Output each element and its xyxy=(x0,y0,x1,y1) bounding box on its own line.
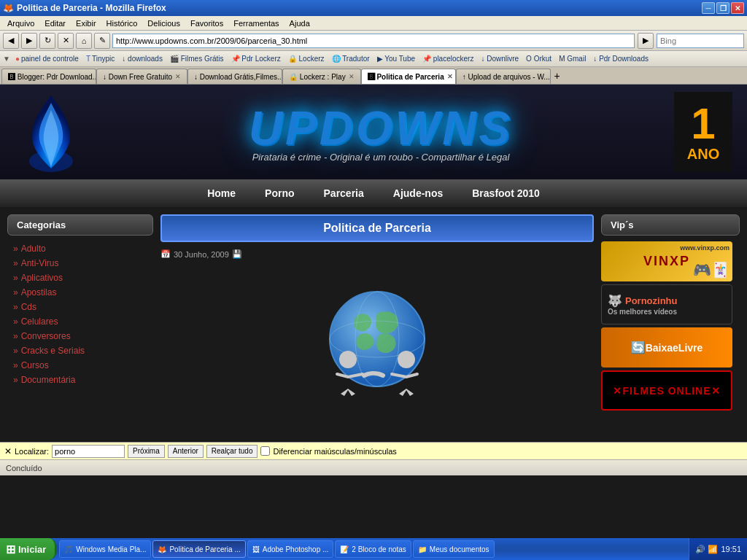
left-sidebar: Categorias Adulto Anti-Virus Aplicativos… xyxy=(7,214,153,442)
taskbar-items: 🎵 Windows Media Pla... 🦊 Politica de Par… xyxy=(56,540,689,558)
new-tab-button[interactable]: + xyxy=(551,69,564,82)
bm-gmail[interactable]: M Gmail xyxy=(557,54,588,63)
menu-bar: Arquivo Editar Exibir Histórico Deliciou… xyxy=(0,16,747,31)
find-case-label: Diferenciar maiúsculas/minúsculas xyxy=(273,447,396,456)
sidebar-item-conversores[interactable]: Conversores xyxy=(7,329,153,343)
bm-tradutor[interactable]: 🌐 Tradutor xyxy=(330,54,372,63)
address-input[interactable]: http://www.updowns.com.br/2009/06/parcer… xyxy=(112,34,635,48)
bm-orkut[interactable]: O Orkut xyxy=(524,54,554,63)
taskbar-firefox[interactable]: 🦊 Politica de Parceria ... xyxy=(152,540,245,558)
sidebar-item-cds[interactable]: Cds xyxy=(7,300,153,314)
site-logo: UPDOWNS xyxy=(249,101,513,155)
bm-tinypic[interactable]: T Tinypic xyxy=(84,54,117,63)
sidebar-item-documentaria[interactable]: Documentária xyxy=(7,373,153,387)
status-bar: Concluído xyxy=(0,459,747,475)
menu-ajuda[interactable]: Ajuda xyxy=(285,18,314,29)
go-button[interactable]: ▶ xyxy=(638,33,654,49)
sidebar-item-antivirus[interactable]: Anti-Virus xyxy=(7,256,153,271)
bm-filmes[interactable]: 🎬 Filmes Grátis xyxy=(168,54,226,63)
nav-porno[interactable]: Porno xyxy=(265,187,294,199)
taskbar-photoshop[interactable]: 🖼 Adobe Photoshop ... xyxy=(247,540,334,558)
vip-banner-baixaelivre[interactable]: 🔄 BaixaeLivre xyxy=(601,327,732,368)
find-highlight-button[interactable]: Realçar tudo xyxy=(206,445,258,458)
title-bar-left: 🦊 Politica de Parceria - Mozilla Firefox xyxy=(3,3,166,13)
bm-downloads[interactable]: ↓ downloads xyxy=(120,54,165,63)
close-button[interactable]: ✕ xyxy=(731,2,744,14)
menu-delicious[interactable]: Delicious xyxy=(143,18,185,29)
sidebar-item-adulto[interactable]: Adulto xyxy=(7,241,153,256)
sidebar-item-cursos[interactable]: Cursos xyxy=(7,358,153,373)
find-input[interactable] xyxy=(52,445,125,458)
address-bar-container: http://www.updowns.com.br/2009/06/parcer… xyxy=(112,33,744,49)
firefox-label: Politica de Parceria ... xyxy=(169,545,240,553)
sidebar-item-cracks[interactable]: Cracks e Seriais xyxy=(7,343,153,358)
home-button[interactable]: ⌂ xyxy=(76,33,92,49)
sidebar-item-celulares[interactable]: Celulares xyxy=(7,314,153,329)
tab-downfree[interactable]: ↓ Down Free Gratuito ✕ xyxy=(96,69,187,84)
tab-lockerz-label: 🔒 Lockerz : Play xyxy=(289,73,346,81)
sidebar-item-aplicativos[interactable]: Aplicativos xyxy=(7,271,153,285)
menu-editar[interactable]: Editar xyxy=(40,18,70,29)
site-nav: Home Porno Parceria Ajude-nos Brasfoot 2… xyxy=(0,179,747,207)
tab-blogger[interactable]: 🅱 Blogger: Pdr Download... ✕ xyxy=(1,69,96,84)
bm-downlivre[interactable]: ↓ Downlivre xyxy=(479,54,521,63)
photoshop-label: Adobe Photoshop ... xyxy=(263,545,329,553)
tab-download[interactable]: ↓ Download Grátis,Filmes... ✕ xyxy=(187,69,282,84)
bm-pdrdownloads[interactable]: ↓ Pdr Downloads xyxy=(591,54,651,63)
calendar-icon: 📅 xyxy=(160,249,171,259)
window-title: Politica de Parceria - Mozilla Firefox xyxy=(17,3,166,13)
forward-button[interactable]: ▶ xyxy=(21,33,37,49)
menu-arquivo[interactable]: Arquivo xyxy=(3,18,39,29)
taskbar-mydocs[interactable]: 📁 Meus documentos xyxy=(413,540,495,558)
tab-lockerz[interactable]: 🔒 Lockerz : Play ✕ xyxy=(282,69,361,84)
find-next-button[interactable]: Próxima xyxy=(128,445,165,458)
reload-button[interactable]: ↻ xyxy=(39,33,55,49)
search-input[interactable] xyxy=(657,34,744,48)
find-prev-button[interactable]: Anterior xyxy=(168,445,204,458)
stop-button[interactable]: ✕ xyxy=(58,33,74,49)
vip-banner-pornozinhu[interactable]: 🐺 Pornozinhu Os melhores vídeos xyxy=(601,284,732,324)
find-close-button[interactable]: ✕ xyxy=(4,446,12,456)
menu-historico[interactable]: Histórico xyxy=(102,18,142,29)
minimize-button[interactable]: ─ xyxy=(702,2,715,14)
tab-politica-close[interactable]: ✕ xyxy=(447,73,453,80)
tab-blogger-label: 🅱 Blogger: Pdr Download... xyxy=(8,73,96,81)
tab-downfree-close[interactable]: ✕ xyxy=(175,73,181,80)
nav-brasfoot[interactable]: Brasfoot 2010 xyxy=(472,187,540,199)
right-sidebar: Vip´s VINXP www.vinxp.com 🎮🃏 🐺 Pornozinh… xyxy=(601,214,740,442)
anniversary-number: 1 xyxy=(691,102,715,146)
back-button[interactable]: ◀ xyxy=(3,33,19,49)
find-case-checkbox[interactable] xyxy=(260,446,270,456)
notepad-label: 2 Bloco de notas xyxy=(352,545,406,553)
bookmarks-bar: ▼ ● painel de controle T Tinypic ↓ downl… xyxy=(0,51,747,67)
mydocs-icon: 📁 xyxy=(418,545,427,553)
bm-youtube[interactable]: ▶ You Tube xyxy=(375,54,418,63)
vip-banner-filmes[interactable]: ✕ FILMES ONLINE ✕ xyxy=(601,370,732,411)
title-bar: 🦊 Politica de Parceria - Mozilla Firefox… xyxy=(0,0,747,16)
nav-parceria[interactable]: Parceria xyxy=(324,187,364,199)
vip-banner-vinxp[interactable]: VINXP www.vinxp.com 🎮🃏 xyxy=(601,241,732,281)
taskbar-notepad[interactable]: 📝 2 Bloco de notas xyxy=(335,540,411,558)
nav-ajudenos[interactable]: Ajude-nos xyxy=(393,187,443,199)
title-bar-controls: ─ ❐ ✕ xyxy=(702,2,744,14)
site-logo-area: UPDOWNS Pirataria é crime - Original é u… xyxy=(88,101,674,163)
taskbar-time: 19:51 xyxy=(721,545,741,553)
bookmark-button[interactable]: ✎ xyxy=(94,33,110,49)
bm-lockerz[interactable]: 🔒 Lockerz xyxy=(286,54,327,63)
tab-lockerz-close[interactable]: ✕ xyxy=(349,73,355,80)
bm-painel[interactable]: ● painel de controle xyxy=(13,54,81,63)
nav-home[interactable]: Home xyxy=(207,187,236,199)
menu-exibir[interactable]: Exibir xyxy=(71,18,101,29)
menu-ferramentas[interactable]: Ferramentas xyxy=(229,18,283,29)
bm-pdrlockerz[interactable]: 📌 Pdr Lockerz xyxy=(229,54,283,63)
tab-upload[interactable]: ↑ Upload de arquivos - W... ✕ xyxy=(456,69,551,84)
sidebar-item-apostilas[interactable]: Apostilas xyxy=(7,285,153,300)
bm-placelockerz[interactable]: 📌 placelockerz xyxy=(420,54,476,63)
partnership-illustration xyxy=(297,281,457,412)
find-label: Localizar: xyxy=(15,447,49,456)
taskbar-mediaplayer[interactable]: 🎵 Windows Media Pla... xyxy=(59,540,151,558)
restore-button[interactable]: ❐ xyxy=(716,2,729,14)
start-button[interactable]: ⊞ Iniciar xyxy=(0,538,56,560)
tab-politica[interactable]: 🅱 Politica de Parceria ✕ xyxy=(361,69,456,84)
menu-favoritos[interactable]: Favoritos xyxy=(186,18,228,29)
